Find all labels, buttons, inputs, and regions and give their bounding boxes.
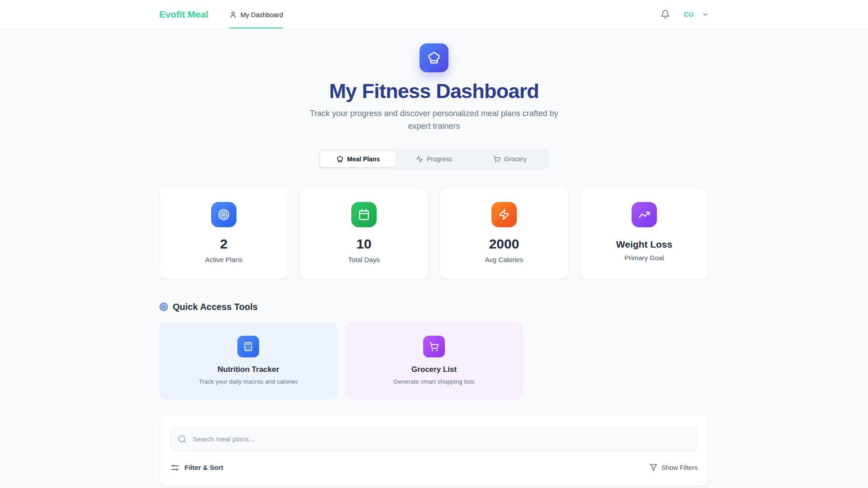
brand-logo[interactable]: Evofit Meal — [159, 9, 208, 20]
search-input[interactable] — [170, 427, 698, 451]
user-icon — [229, 11, 237, 19]
view-tabbar: Meal Plans Progress Grocery — [318, 149, 550, 169]
tool-card-nutrition-tracker[interactable]: Nutrition Tracker Track your daily macro… — [159, 322, 338, 399]
user-menu[interactable]: CU — [684, 11, 709, 18]
show-filters-label: Show Filters — [661, 464, 698, 471]
stat-card-active-plans: 2 Active Plans — [159, 188, 288, 279]
stat-value: 2000 — [451, 236, 557, 252]
shopping-cart-icon — [493, 155, 500, 163]
page-title: My Fitness Dashboard — [159, 80, 709, 103]
stat-card-primary-goal: Weight Loss Primary Goal — [580, 188, 709, 279]
chef-hat-icon — [420, 43, 448, 72]
tool-description: Track your daily macros and calories — [170, 378, 327, 385]
app-header: Evofit Meal My Dashboard CU — [0, 0, 868, 29]
filter-sort-label: Filter & Sort — [184, 464, 223, 471]
page-subtitle: Track your progress and discover persona… — [303, 108, 565, 133]
stats-section: 2 Active Plans 10 Total Days 2000 Avg Ca… — [159, 188, 709, 279]
hero-section: My Fitness Dashboard Track your progress… — [159, 29, 709, 133]
tool-description: Generate smart shopping lists — [356, 378, 513, 385]
tab-progress[interactable]: Progress — [396, 151, 472, 167]
calculator-icon — [237, 336, 259, 357]
tool-card-grocery-list[interactable]: Grocery List Generate smart shopping lis… — [345, 322, 524, 399]
quick-access-section: Quick Access Tools Nutrition Tracker Tra… — [159, 302, 709, 399]
avatar: CU — [684, 11, 693, 18]
calendar-icon — [351, 202, 377, 227]
stat-label: Active Plans — [170, 256, 277, 263]
tab-meal-plans[interactable]: Meal Plans — [320, 151, 396, 167]
dashboard-main: My Fitness Dashboard Track your progress… — [159, 29, 709, 488]
tool-grid-empty-cell — [530, 322, 709, 399]
search-filter-card: Filter & Sort Show Filters — [159, 415, 709, 486]
tab-grocery[interactable]: Grocery — [472, 151, 548, 167]
show-filters-button[interactable]: Show Filters — [650, 464, 698, 471]
activity-icon — [416, 155, 423, 163]
tab-label: Grocery — [504, 155, 527, 163]
target-icon — [159, 302, 168, 311]
funnel-icon — [650, 464, 657, 471]
nav-tab-label: My Dashboard — [241, 11, 283, 19]
stat-value: 2 — [170, 236, 277, 252]
bell-icon — [660, 9, 670, 19]
stat-label: Total Days — [311, 256, 417, 263]
notifications-button[interactable] — [659, 8, 672, 21]
sliders-icon — [170, 463, 179, 472]
stat-card-total-days: 10 Total Days — [299, 188, 429, 279]
stat-value: Weight Loss — [591, 239, 698, 250]
zap-icon — [491, 202, 517, 227]
stat-label: Avg Calories — [451, 256, 557, 263]
tab-label: Progress — [427, 155, 452, 163]
trending-up-icon — [632, 202, 657, 227]
nav-tab-my-dashboard[interactable]: My Dashboard — [229, 0, 283, 28]
tool-title: Grocery List — [356, 365, 513, 374]
quick-access-heading: Quick Access Tools — [173, 302, 258, 312]
chevron-down-icon — [702, 11, 709, 18]
stat-label: Primary Goal — [591, 254, 698, 262]
stat-card-avg-calories: 2000 Avg Calories — [439, 188, 569, 279]
shopping-cart-icon — [423, 336, 445, 357]
stat-value: 10 — [311, 236, 417, 252]
target-icon — [211, 202, 236, 227]
chef-hat-icon — [336, 155, 344, 163]
tab-label: Meal Plans — [347, 155, 380, 163]
tool-title: Nutrition Tracker — [170, 365, 327, 374]
